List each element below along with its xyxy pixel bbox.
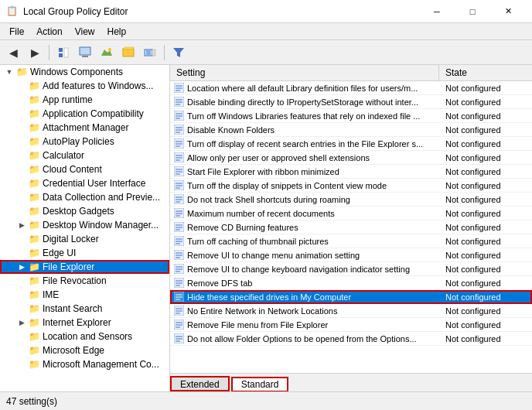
setting-icon [173,83,184,94]
tab-standard[interactable]: Standard [231,377,289,391]
toolbar-btn-2[interactable] [75,43,95,62]
tree-item-cloud-content[interactable]: 📁 Cloud Content [0,162,169,176]
svg-rect-3 [80,47,90,55]
tree-label: Desktop Window Manager... [43,220,159,231]
row-setting-text: Turn off caching of thumbnail pictures [187,237,329,246]
toolbar-separator-1 [49,45,49,60]
svg-rect-2 [64,48,68,57]
table-row[interactable]: Maximum number of recent documentsNot co… [170,207,532,220]
row-setting-text: Turn off the display of snippets in Cont… [187,181,387,190]
tree-panel: ▼ 📁 Windows Components 📁 Add features to… [0,65,170,391]
title-bar: 📋 Local Group Policy Editor ─ □ ✕ [0,0,532,23]
table-row[interactable]: Remove DFS tabNot configured [170,276,532,290]
tree-label: Attachment Manager [43,122,128,133]
table-row[interactable]: Do not allow Folder Options to be opened… [170,332,532,346]
row-setting-cell: Turn off Windows Libraries features that… [170,109,439,122]
table-row[interactable]: Remove UI to change menu animation setti… [170,248,532,262]
header-setting: Setting [170,65,439,80]
row-setting-text: Remove CD Burning features [187,223,298,232]
tree-label: Application Compatibility [43,108,144,119]
tree-item-attachment-manager[interactable]: 📁 Attachment Manager [0,121,169,135]
toolbar: ◀ ▶ [0,40,532,65]
expand-icon [15,135,28,148]
setting-icon [173,222,184,233]
tab-standard-label: Standard [241,379,279,390]
table-row[interactable]: Turn off the display of snippets in Cont… [170,179,532,193]
forward-button[interactable]: ▶ [25,43,45,62]
tree-item-credential-ui[interactable]: 📁 Credential User Interface [0,176,169,190]
table-row[interactable]: Disable Known FoldersNot configured [170,123,532,137]
tree-item-ime[interactable]: 📁 IME [0,288,169,302]
minimize-button[interactable]: ─ [419,0,455,23]
table-row[interactable]: Location where all default Library defin… [170,81,532,95]
folder-icon: 📁 [28,289,40,301]
row-setting-text: No Entire Network in Network Locations [187,306,337,316]
tree-item-windows-components[interactable]: ▼ 📁 Windows Components [0,65,169,79]
table-row[interactable]: Turn off display of recent search entrie… [170,137,532,151]
folder-icon: 📁 [28,233,40,245]
tree-label: Edge UI [43,248,76,258]
bottom-tabs: Extended Standard [170,373,532,391]
menu-help[interactable]: Help [101,25,133,39]
tree-label: Desktop Gadgets [43,206,114,217]
tree-item-autoplay[interactable]: 📁 AutoPlay Policies [0,135,169,149]
tab-extended[interactable]: Extended [170,376,230,391]
tree-item-app-runtime[interactable]: 📁 App runtime [0,93,169,107]
tree-item-desktop-gadgets[interactable]: 📁 Desktop Gadgets [0,204,169,218]
setting-icon [173,138,184,149]
table-row[interactable]: No Entire Network in Network LocationsNo… [170,304,532,318]
toolbar-btn-3[interactable] [97,43,117,62]
tree-item-digital-locker[interactable]: 📁 Digital Locker [0,232,169,246]
app-icon: 📋 [6,5,19,18]
tree-item-file-revocation[interactable]: 📁 File Revocation [0,274,169,288]
tree-item-microsoft-mgmt[interactable]: 📁 Microsoft Management Co... [0,357,169,371]
row-setting-text: Allow only per user or approved shell ex… [187,153,370,162]
tree-item-desktop-window-manager[interactable]: ▶ 📁 Desktop Window Manager... [0,218,169,232]
tree-item-add-features[interactable]: 📁 Add features to Windows... [0,79,169,93]
show-hide-button[interactable] [53,43,73,62]
table-row[interactable]: Start File Explorer with ribbon minimize… [170,165,532,179]
tree-item-instant-search[interactable]: 📁 Instant Search [0,302,169,316]
table-row[interactable]: Remove File menu from File ExplorerNot c… [170,318,532,332]
row-setting-cell: Remove File menu from File Explorer [170,318,439,331]
tree-item-application-compatibility[interactable]: 📁 Application Compatibility [0,107,169,121]
menu-file[interactable]: File [3,25,30,39]
tree-item-internet-explorer[interactable]: ▶ 📁 Internet Explorer [0,316,169,330]
row-setting-cell: Turn off caching of thumbnail pictures [170,234,439,248]
expand-icon [15,108,28,120]
tree-item-microsoft-edge[interactable]: 📁 Microsoft Edge [0,343,169,357]
tree-item-location-sensors[interactable]: 📁 Location and Sensors [0,330,169,343]
row-state-cell: Not configured [439,95,532,108]
row-setting-text: Disable binding directly to IPropertySet… [187,97,418,107]
toolbar-btn-5[interactable] [140,43,160,62]
setting-icon [173,208,184,219]
toolbar-btn-4[interactable] [118,43,138,62]
tree-label: Add features to Windows... [43,80,153,91]
row-setting-cell: Remove UI to change menu animation setti… [170,248,439,261]
table-row[interactable]: Turn off Windows Libraries features that… [170,109,532,123]
table-row[interactable]: Allow only per user or approved shell ex… [170,151,532,165]
table-row[interactable]: Turn off caching of thumbnail picturesNo… [170,234,532,248]
menu-view[interactable]: View [69,25,101,39]
tree-item-edge-ui[interactable]: 📁 Edge UI [0,246,169,260]
tree-item-calculator[interactable]: 📁 Calculator [0,149,169,162]
menu-action[interactable]: Action [30,25,68,39]
table-row[interactable]: Do not track Shell shortcuts during roam… [170,193,532,207]
svg-marker-11 [173,48,184,57]
tree-label: Microsoft Management Co... [43,359,159,370]
maximize-button[interactable]: □ [455,0,490,23]
table-row[interactable]: Remove UI to change keyboard navigation … [170,262,532,276]
table-row[interactable]: Disable binding directly to IPropertySet… [170,95,532,109]
filter-button[interactable] [169,43,189,62]
folder-icon: 📁 [28,80,40,92]
expand-icon: ▼ [3,66,15,78]
close-button[interactable]: ✕ [490,0,526,23]
back-button[interactable]: ◀ [3,43,23,62]
tree-item-file-explorer[interactable]: ▶ 📁 File Explorer [0,260,169,274]
row-state-cell: Not configured [439,248,532,261]
row-setting-cell: Do not track Shell shortcuts during roam… [170,193,439,206]
setting-icon [173,166,184,177]
table-row[interactable]: Remove CD Burning featuresNot configured [170,220,532,234]
tree-item-data-collection[interactable]: 📁 Data Collection and Previe... [0,190,169,204]
table-row[interactable]: Hide these specified drives in My Comput… [170,290,532,304]
